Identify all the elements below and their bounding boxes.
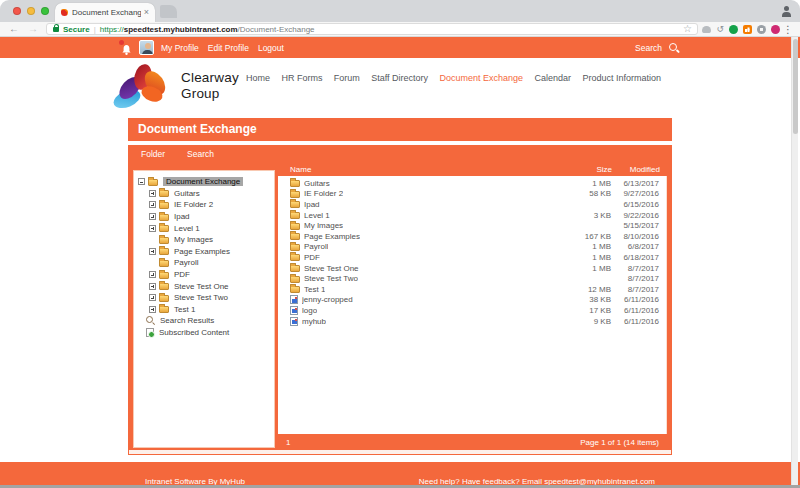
folder-tree: Document Exchange Guitars [133,170,275,448]
tree-children: Guitars IE Folder 2 Ipad [138,188,274,316]
search-icon[interactable] [668,42,680,54]
url-scheme: https:// [100,25,124,34]
bookmark-star-icon[interactable]: ☆ [683,24,692,34]
tree-node[interactable]: Level 1 [149,222,274,234]
expand-icon[interactable] [149,190,156,197]
scrollbar-thumb[interactable] [793,39,798,134]
expand-icon[interactable] [149,201,156,208]
tree-node[interactable]: Page Examples [149,246,274,258]
file-row[interactable]: myhub 9 KB 6/11/2016 [278,316,666,327]
expand-icon[interactable] [149,306,156,313]
folder-icon [159,295,169,302]
tree-extra-node[interactable]: Search Results [146,315,274,327]
browser-tab[interactable]: Document Exchange × [55,3,155,22]
file-row[interactable]: IE Folder 2 58 KB 9/27/2016 [278,189,666,200]
topbar-link[interactable]: My Profile [161,43,199,53]
expand-icon[interactable] [149,271,156,278]
tab-strip: Document Exchange × [0,0,800,22]
search-label[interactable]: Search [635,43,662,53]
expand-icon[interactable] [149,294,156,301]
file-row[interactable]: Level 1 3 KB 9/22/2016 [278,210,666,221]
tree-node[interactable]: Payroll [149,257,274,269]
tree-node[interactable]: Ipad [149,211,274,223]
close-window-button[interactable] [13,7,21,15]
forward-icon[interactable]: → [28,22,38,36]
tree-node[interactable]: IE Folder 2 [149,199,274,211]
nav-item[interactable]: HR Forms [281,73,322,83]
file-row[interactable]: Payroll 1 MB 6/8/2017 [278,242,666,253]
file-row[interactable]: Page Examples 167 KB 8/10/2016 [278,231,666,242]
lock-icon [53,27,59,32]
folder-icon [290,265,300,272]
footer-feedback-link[interactable]: Need help? Have feedback? Email speedtes… [419,477,655,485]
tree-node[interactable]: Guitars [149,188,274,200]
new-tab-button[interactable] [160,5,177,18]
tree-root-node[interactable]: Document Exchange [138,176,274,188]
history-extension-icon[interactable] [716,25,724,34]
expand-icon[interactable] [149,248,156,255]
expand-icon[interactable] [149,213,156,220]
tree-node[interactable]: My Images [149,234,274,246]
minimize-window-button[interactable] [27,7,35,15]
file-row[interactable]: Guitars 1 MB 6/13/2017 [278,178,666,189]
search-icon [146,316,155,325]
tree-extra-node[interactable]: Subscribed Content [146,327,274,339]
file-row[interactable]: Steve Test Two 8/7/2017 [278,273,666,284]
url-divider: | [94,25,96,34]
image-icon [290,295,298,304]
topbar-links: My ProfileEdit ProfileLogout [161,43,284,53]
notifications-bell-icon[interactable] [121,42,132,54]
nav-item[interactable]: Calendar [534,73,571,83]
file-row[interactable]: PDF 1 MB 6/18/2017 [278,252,666,263]
topbar-link[interactable]: Edit Profile [208,43,249,53]
panel-tab[interactable]: Folder [141,149,165,159]
orange-chart-extension-icon[interactable] [743,25,752,34]
pink-extension-icon[interactable] [771,25,780,34]
file-row[interactable]: jenny-cropped 38 KB 6/11/2016 [278,295,666,306]
gear-extension-icon[interactable] [757,25,766,34]
document-exchange-panel: FolderSearch Name Size Modified Document… [128,145,672,455]
back-icon[interactable]: ← [9,22,19,36]
page-number[interactable]: 1 [286,438,290,447]
chrome-profile-icon[interactable] [780,5,792,17]
collapse-icon[interactable] [138,178,145,185]
file-row[interactable]: My Images 5/15/2017 [278,220,666,231]
file-row[interactable]: Test 1 12 MB 8/7/2017 [278,284,666,295]
folder-icon [159,260,169,267]
file-row[interactable]: Ipad 6/15/2016 [278,199,666,210]
tree-node[interactable]: PDF [149,269,274,281]
brand-name: Clearway Group [181,70,239,102]
nav-item[interactable]: Document Exchange [440,73,524,83]
green-extension-icon[interactable] [729,25,738,34]
page-scrollbar[interactable] [791,37,798,485]
clearway-logo[interactable] [112,64,174,114]
browser-menu-icon[interactable]: ⋮ [783,22,793,37]
tree-node[interactable]: Steve Test One [149,280,274,292]
tree-node[interactable]: Steve Test Two [149,292,274,304]
nav-item[interactable]: Home [246,73,270,83]
tab-favicon-icon [61,9,68,16]
nav-item[interactable]: Staff Directory [371,73,428,83]
column-header-modified[interactable]: Modified [612,165,660,174]
column-header-size[interactable]: Size [557,165,612,174]
panel-tab[interactable]: Search [187,149,214,159]
folder-icon [290,201,300,208]
folder-icon [290,244,300,251]
expand-icon[interactable] [149,283,156,290]
utility-bar: My ProfileEdit ProfileLogout Search [0,37,800,58]
tree-node[interactable]: Test 1 [149,304,274,316]
file-row[interactable]: Steve Test One 1 MB 8/7/2017 [278,263,666,274]
nav-item[interactable]: Forum [334,73,360,83]
topbar-link[interactable]: Logout [258,43,284,53]
nav-item[interactable]: Product Information [582,73,661,83]
file-row[interactable]: logo 17 KB 6/11/2016 [278,305,666,316]
column-header-name[interactable]: Name [290,165,557,174]
address-bar[interactable]: Secure | https://speedtest.myhubintranet… [46,23,698,35]
image-icon [290,317,298,326]
user-avatar[interactable] [139,40,154,55]
tab-close-icon[interactable]: × [144,8,149,17]
folder-icon [290,233,300,240]
zoom-window-button[interactable] [41,7,49,15]
cloud-extension-icon[interactable] [702,26,711,33]
expand-icon[interactable] [149,225,156,232]
